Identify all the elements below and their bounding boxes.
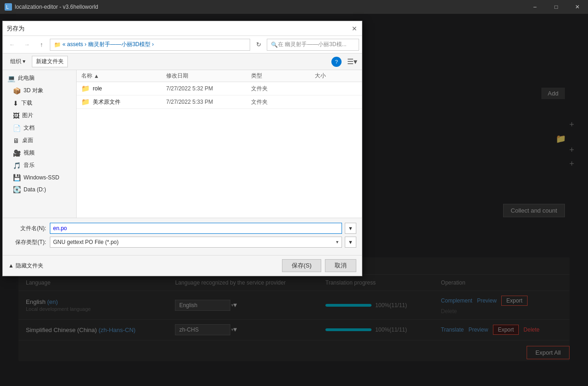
sidebar-item-windows-ssd[interactable]: 💾 Windows-SSD — [3, 172, 76, 184]
filename-dropdown-btn[interactable]: ▼ — [345, 223, 356, 234]
breadcrumb-bar: 📁 « assets › 幽灵射手——小丽3D模型 › — [50, 39, 250, 51]
header-type: 类型 — [251, 72, 315, 80]
sidebar-item-pictures[interactable]: 🖼 图片 — [3, 109, 76, 122]
filelist-header: 名称 ▲ 修改日期 类型 大小 — [77, 70, 362, 82]
view-icon[interactable]: ☰▾ — [347, 57, 357, 66]
sidebar-item-label: 桌面 — [22, 137, 33, 144]
save-button[interactable]: 保存(S) — [282, 259, 321, 272]
toggle-hidden-folders[interactable]: ▲ 隐藏文件夹 — [8, 262, 43, 270]
sidebar-item-label: 文档 — [24, 124, 35, 132]
sidebar-item-documents[interactable]: 📄 文档 — [3, 122, 76, 134]
nav-up-button[interactable]: ↑ — [35, 38, 48, 51]
minimize-button[interactable]: – — [524, 0, 546, 14]
search-bar[interactable]: 🔍 在 幽灵射手——小丽3D模... — [267, 39, 359, 51]
downloads-icon: ⬇ — [13, 100, 18, 107]
sidebar-item-label: Windows-SSD — [24, 174, 59, 181]
file-name-art: 📁 美术原文件 — [81, 98, 166, 106]
sidebar-item-label: 图片 — [22, 112, 33, 119]
file-date-role: 7/27/2022 5:32 PM — [166, 85, 251, 92]
dialog-bottom: 文件名(N): ▼ 保存类型(T): GNU gettext PO File (… — [3, 218, 362, 255]
titlebar: L localization-editor - v3.6helloworld –… — [0, 0, 588, 14]
file-type-art: 文件夹 — [251, 98, 315, 106]
nav-forward-button[interactable]: → — [20, 38, 33, 51]
app-area: Add + + + 📁 Collect and count Compile la… — [0, 14, 588, 386]
sidebar-item-label: Data (D:) — [24, 186, 46, 193]
dialog-footer: ▲ 隐藏文件夹 保存(S) 取消 — [3, 255, 362, 276]
nav-back-button[interactable]: ← — [6, 38, 18, 51]
file-date-art: 7/27/2022 5:33 PM — [166, 99, 251, 105]
titlebar-title: localization-editor - v3.6helloworld — [15, 4, 98, 10]
dialog-title: 另存为 — [6, 24, 24, 33]
sidebar-item-music[interactable]: 🎵 音乐 — [3, 159, 76, 172]
sidebar-item-3d[interactable]: 📦 3D 对象 — [3, 84, 76, 97]
folder-icon-art: 📁 — [81, 98, 90, 106]
window-controls[interactable]: – □ ✕ — [524, 0, 588, 14]
dialog-body: 💻 此电脑 📦 3D 对象 ⬇ 下载 🖼 图片 — [3, 70, 362, 218]
3d-icon: 📦 — [13, 87, 21, 95]
sidebar-item-computer[interactable]: 💻 此电脑 — [3, 72, 76, 84]
search-placeholder: 在 幽灵射手——小丽3D模... — [278, 41, 347, 48]
toggle-arrow: ▲ — [8, 262, 14, 269]
filetype-select-wrap[interactable]: GNU gettext PO File (*.po) ▼ — [50, 237, 342, 248]
breadcrumb-assets: 📁 — [54, 42, 61, 48]
filetype-select[interactable]: GNU gettext PO File (*.po) — [50, 237, 342, 248]
help-button[interactable]: ? — [331, 57, 342, 67]
sidebar-item-downloads[interactable]: ⬇ 下载 — [3, 97, 76, 109]
dialog-filelist: 名称 ▲ 修改日期 类型 大小 — [77, 70, 362, 218]
sidebar-item-label: 此电脑 — [18, 74, 35, 82]
dialog-close-button[interactable]: ✕ — [349, 23, 360, 34]
filename-input[interactable] — [50, 223, 342, 234]
svg-text:L: L — [6, 5, 9, 10]
desktop-icon: 🖥 — [13, 137, 19, 144]
music-icon: 🎵 — [13, 162, 21, 169]
pictures-icon: 🖼 — [13, 112, 19, 119]
videos-icon: 🎥 — [13, 149, 21, 157]
dialog-overlay: 另存为 ✕ ← → ↑ 📁 « assets › 幽灵射手——小丽3D模型 › … — [0, 14, 588, 386]
header-name: 名称 ▲ — [81, 72, 166, 80]
folder-icon-role: 📁 — [81, 84, 90, 93]
filetype-dropdown-btn[interactable]: ▼ — [345, 237, 356, 248]
close-button[interactable]: ✕ — [567, 0, 588, 14]
sidebar-item-label: 下载 — [21, 99, 32, 107]
list-item[interactable]: 📁 美术原文件 7/27/2022 5:33 PM 文件夹 — [77, 95, 362, 109]
sidebar-item-label: 音乐 — [24, 161, 35, 169]
dialog-titlebar: 另存为 ✕ — [3, 21, 362, 36]
documents-icon: 📄 — [13, 125, 21, 132]
dialog-sidebar: 💻 此电脑 📦 3D 对象 ⬇ 下载 🖼 图片 — [3, 70, 77, 218]
new-folder-button[interactable]: 新建文件夹 — [32, 56, 68, 67]
dialog-toolbar: ← → ↑ 📁 « assets › 幽灵射手——小丽3D模型 › ↻ 🔍 在 … — [3, 36, 362, 53]
file-dialog: 另存为 ✕ ← → ↑ 📁 « assets › 幽灵射手——小丽3D模型 › … — [2, 21, 362, 276]
computer-icon: 💻 — [7, 75, 15, 82]
filetype-row: 保存类型(T): GNU gettext PO File (*.po) ▼ ▼ — [8, 237, 356, 248]
sidebar-item-data-d[interactable]: 💽 Data (D:) — [3, 184, 76, 196]
maximize-button[interactable]: □ — [546, 0, 567, 14]
file-type-role: 文件夹 — [251, 85, 315, 93]
refresh-button[interactable]: ↻ — [252, 38, 265, 51]
filename-row: 文件名(N): ▼ — [8, 223, 356, 234]
breadcrumb-text: « assets › 幽灵射手——小丽3D模型 › — [62, 41, 154, 48]
toggle-label: 隐藏文件夹 — [16, 262, 43, 270]
datad-icon: 💽 — [13, 186, 21, 193]
sort-arrow-name: ▲ — [94, 73, 99, 79]
header-size: 大小 — [315, 72, 357, 80]
organize-link[interactable]: 组织 ▾ — [7, 56, 28, 67]
sidebar-item-label: 视频 — [24, 149, 35, 157]
file-name-role: 📁 role — [81, 84, 166, 93]
sidebar-item-label: 3D 对象 — [24, 87, 43, 95]
header-date: 修改日期 — [166, 72, 251, 80]
footer-buttons: 保存(S) 取消 — [282, 259, 356, 272]
filetype-label: 保存类型(T): — [8, 238, 50, 246]
list-item[interactable]: 📁 role 7/27/2022 5:32 PM 文件夹 — [77, 82, 362, 95]
sidebar-item-videos[interactable]: 🎥 视频 — [3, 147, 76, 159]
dialog-actions: 组织 ▾ 新建文件夹 ? ☰▾ — [3, 53, 362, 70]
app-icon: L — [5, 3, 12, 11]
cancel-button[interactable]: 取消 — [325, 259, 356, 272]
sidebar-item-desktop[interactable]: 🖥 桌面 — [3, 134, 76, 147]
filename-label: 文件名(N): — [8, 225, 50, 232]
ssd-icon: 💾 — [13, 174, 21, 181]
